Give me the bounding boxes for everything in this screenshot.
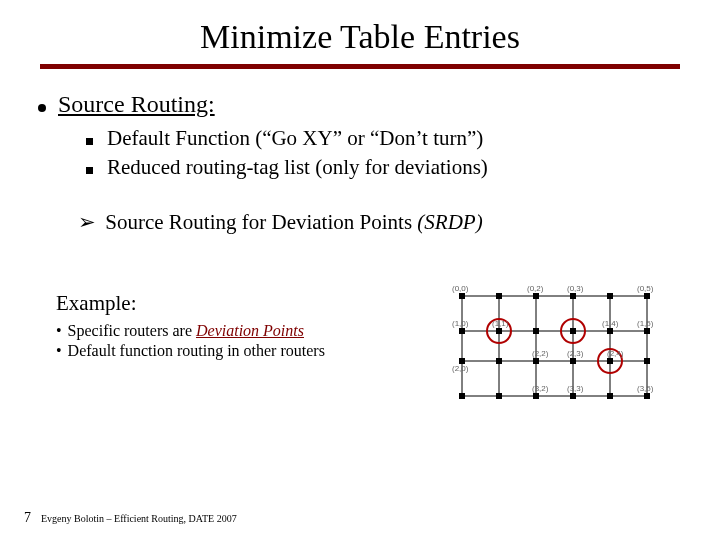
sub-bullet-list: Default Function (“Go XY” or “Don’t turn…: [86, 126, 682, 180]
svg-text:(3,3): (3,3): [567, 384, 584, 393]
svg-rect-10: [459, 293, 465, 299]
svg-text:(2,4): (2,4): [607, 349, 624, 358]
svg-rect-27: [644, 358, 650, 364]
svg-rect-30: [533, 393, 539, 399]
svg-rect-26: [607, 358, 613, 364]
sub-bullet-reduced-tag: Reduced routing-tag list (only for devia…: [86, 155, 682, 180]
sub-bullet-text: Default Function (“Go XY” or “Don’t turn…: [107, 126, 483, 151]
svg-text:(2,0): (2,0): [452, 364, 469, 373]
svg-text:(2,3): (2,3): [567, 349, 584, 358]
bullet-source-routing: Source Routing:: [38, 91, 682, 118]
svg-text:(0,3): (0,3): [567, 284, 584, 293]
svg-text:(3,5): (3,5): [637, 384, 654, 393]
svg-rect-25: [570, 358, 576, 364]
svg-rect-13: [570, 293, 576, 299]
svg-rect-17: [496, 328, 502, 334]
router-grid-diagram: (0,0)(0,2)(0,3)(0,5)(1,0)(1,1)(1,4)(1,5)…: [437, 271, 672, 406]
svg-text:(0,0): (0,0): [452, 284, 469, 293]
slide-title: Minimize Table Entries: [0, 0, 720, 64]
example-item-default: • Default function routing in other rout…: [56, 342, 437, 360]
svg-text:(1,1): (1,1): [492, 319, 509, 328]
arrow-icon: ➢: [78, 210, 96, 233]
example-label: Example:: [56, 291, 437, 316]
svg-rect-18: [533, 328, 539, 334]
bullet-dot-icon: •: [56, 343, 62, 359]
svg-text:(0,5): (0,5): [637, 284, 654, 293]
svg-rect-11: [496, 293, 502, 299]
page-number: 7: [24, 510, 31, 526]
svg-rect-32: [607, 393, 613, 399]
deviation-points-term: Deviation Points: [196, 322, 304, 339]
svg-rect-29: [496, 393, 502, 399]
svg-rect-15: [644, 293, 650, 299]
svg-text:(3,2): (3,2): [532, 384, 549, 393]
heading-text: Source Routing:: [58, 91, 215, 118]
svg-rect-33: [644, 393, 650, 399]
example-item-deviation: • Specific routers are Deviation Points: [56, 322, 437, 340]
srdp-line: ➢ Source Routing for Deviation Points (S…: [78, 210, 682, 235]
bullet-dot-icon: •: [56, 323, 62, 339]
slide-body: Source Routing: Default Function (“Go XY…: [0, 69, 720, 406]
svg-rect-31: [570, 393, 576, 399]
svg-text:(2,2): (2,2): [532, 349, 549, 358]
svg-rect-20: [607, 328, 613, 334]
example-item-text: Default function routing in other router…: [68, 342, 325, 360]
svg-text:(1,5): (1,5): [637, 319, 654, 328]
srdp-acronym: (SRDP): [417, 210, 482, 234]
svg-rect-12: [533, 293, 539, 299]
svg-rect-16: [459, 328, 465, 334]
srdp-text: Source Routing for Deviation Points: [105, 210, 417, 234]
example-block: Example: • Specific routers are Deviatio…: [38, 291, 682, 406]
svg-rect-23: [496, 358, 502, 364]
svg-text:(1,0): (1,0): [452, 319, 469, 328]
svg-rect-28: [459, 393, 465, 399]
sub-bullet-text: Reduced routing-tag list (only for devia…: [107, 155, 488, 180]
svg-rect-24: [533, 358, 539, 364]
sub-bullet-default-function: Default Function (“Go XY” or “Don’t turn…: [86, 126, 682, 151]
svg-text:(0,2): (0,2): [527, 284, 544, 293]
svg-rect-14: [607, 293, 613, 299]
square-bullet-icon: [86, 167, 93, 174]
svg-rect-19: [570, 328, 576, 334]
slide-footer: 7 Evgeny Bolotin – Efficient Routing, DA…: [24, 510, 237, 526]
bullet-dot-icon: [38, 104, 46, 112]
example-text-column: Example: • Specific routers are Deviatio…: [38, 291, 437, 362]
svg-text:(1,4): (1,4): [602, 319, 619, 328]
svg-rect-21: [644, 328, 650, 334]
example-item-text: Specific routers are Deviation Points: [68, 322, 304, 340]
footer-citation: Evgeny Bolotin – Efficient Routing, DATE…: [41, 513, 237, 524]
text-fragment: Specific routers are: [68, 322, 196, 339]
square-bullet-icon: [86, 138, 93, 145]
